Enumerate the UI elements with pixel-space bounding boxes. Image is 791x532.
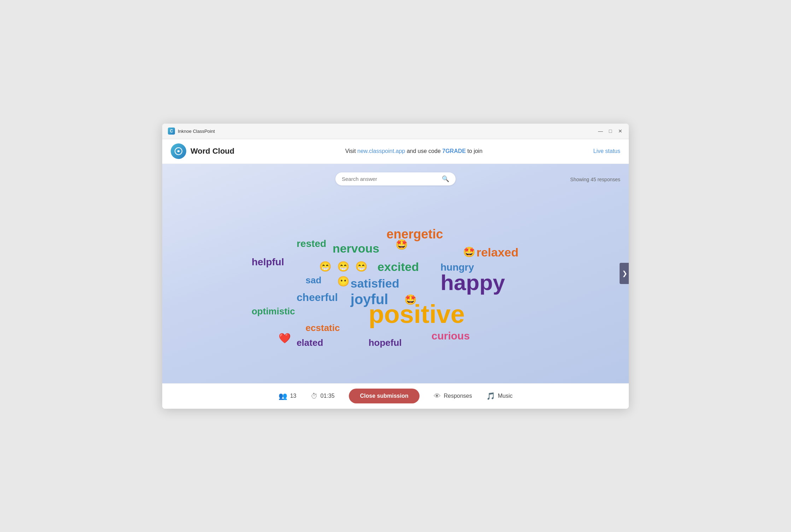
window-title: Inknoe ClassPoint (178, 129, 215, 134)
search-bar-row: 🔍 (171, 172, 620, 185)
word-relaxed: relaxed (476, 246, 518, 258)
emoji-7: ❤️ (279, 332, 291, 344)
title-bar: C Inknoe ClassPoint — □ ✕ (162, 124, 629, 139)
word-excited: excited (377, 261, 419, 273)
word-optimistic: optimistic (252, 307, 295, 316)
responses-label: Responses (444, 393, 472, 399)
word-nervous: nervous (333, 242, 379, 254)
word-helpful: helpful (252, 257, 284, 267)
emoji-5: 🤩 (404, 294, 417, 306)
timer-item: ⏱ 01:35 (311, 392, 335, 400)
word-ecstatic: ecstatic (306, 323, 340, 332)
word-curious: curious (432, 331, 470, 341)
timer-icon: ⏱ (311, 392, 318, 400)
app-icon: C (168, 128, 175, 135)
minimize-button[interactable]: — (598, 128, 603, 134)
word-hopeful: hopeful (369, 338, 402, 347)
responses-item[interactable]: 👁 Responses (434, 392, 472, 400)
timer-value: 01:35 (321, 393, 335, 399)
emoji-1: 😁 (319, 261, 332, 272)
join-suffix: to join (466, 148, 482, 154)
join-code: 7GRADE (442, 148, 466, 154)
live-status-button[interactable]: Live status (593, 148, 620, 154)
side-arrow[interactable]: ❯ (620, 263, 629, 284)
main-content: 🔍 Showing 45 responses positivehappyjoyf… (162, 164, 629, 383)
join-text: and use code (405, 148, 442, 154)
emoji-0: 🤩 (396, 239, 408, 250)
emoji-3: 😁 (355, 261, 368, 272)
search-button[interactable]: 🔍 (442, 175, 449, 183)
visit-text: Visit (345, 148, 357, 154)
word-cloud: positivehappyjoyfulenergeticnervousexcit… (171, 191, 620, 375)
emoji-4: 😶 (337, 276, 350, 287)
music-icon: 🎵 (486, 392, 495, 400)
logo-icon (171, 143, 186, 159)
word-satisfied: satisfied (351, 277, 399, 289)
app-window: C Inknoe ClassPoint — □ ✕ Word Cloud Vis… (162, 124, 629, 409)
emoji-2: 😁 (337, 261, 350, 272)
word-cheerful: cheerful (297, 292, 338, 303)
responses-icon: 👁 (434, 392, 441, 400)
header-center: Visit new.classpoint.app and use code 7G… (234, 148, 593, 154)
close-button[interactable]: ✕ (617, 128, 623, 134)
app-title: Word Cloud (191, 147, 234, 156)
word-joyful: joyful (351, 292, 388, 306)
footer: 👥 13 ⏱ 01:35 Close submission 👁 Response… (162, 383, 629, 409)
search-bar: 🔍 (335, 172, 456, 185)
music-item[interactable]: 🎵 Music (486, 392, 513, 400)
participants-item: 👥 13 (279, 392, 297, 400)
app-header: Word Cloud Visit new.classpoint.app and … (162, 139, 629, 164)
word-rested: rested (297, 239, 326, 249)
participants-count: 13 (290, 393, 297, 399)
search-input[interactable] (342, 176, 442, 182)
window-controls: — □ ✕ (598, 128, 623, 134)
maximize-button[interactable]: □ (608, 128, 613, 134)
music-label: Music (498, 393, 513, 399)
emoji-6: 🤩 (463, 246, 475, 258)
word-sad: sad (306, 276, 322, 285)
classpoint-link[interactable]: new.classpoint.app (357, 148, 405, 154)
responses-count: Showing 45 responses (570, 177, 620, 182)
word-energetic: energetic (387, 228, 443, 241)
close-submission-button[interactable]: Close submission (349, 389, 420, 403)
participants-icon: 👥 (279, 392, 287, 400)
word-elated: elated (297, 338, 323, 347)
word-hungry: hungry (440, 262, 474, 272)
word-happy: happy (440, 272, 505, 294)
logo-area: Word Cloud (171, 143, 234, 159)
